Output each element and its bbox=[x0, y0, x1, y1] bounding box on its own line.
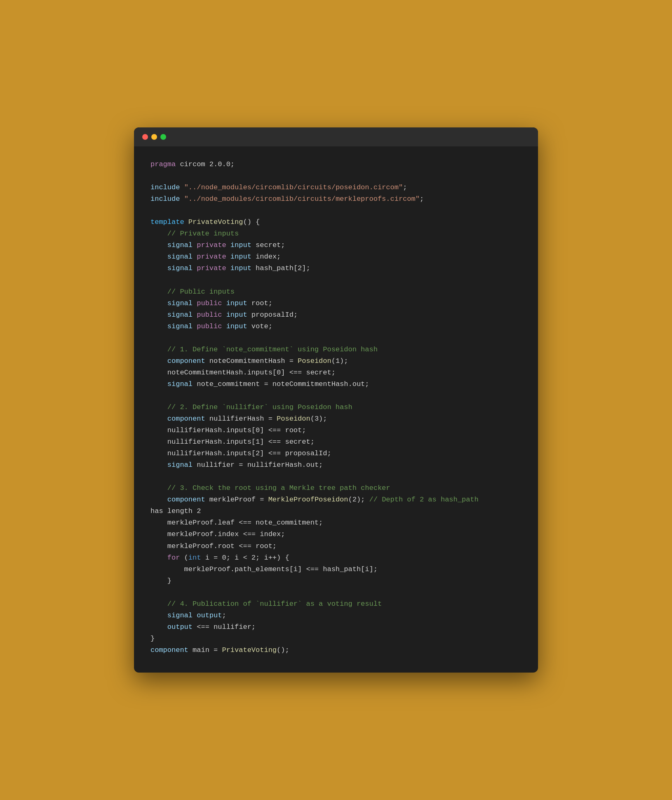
line-comment1: // 1. Define `note_commitment` using Pos… bbox=[150, 344, 522, 355]
line-output1: signal output; bbox=[150, 610, 522, 621]
line-signal-public2: signal public input proposalId; bbox=[150, 309, 522, 321]
line-signal-public3: signal public input vote; bbox=[150, 321, 522, 332]
line-comment-public: // Public inputs bbox=[150, 286, 522, 298]
line-comment3: // 3. Check the root using a Merkle tree… bbox=[150, 482, 522, 494]
line-assign1: noteCommitmentHash.inputs[0] <== secret; bbox=[150, 367, 522, 379]
line-close-for: } bbox=[150, 575, 522, 587]
code-window: pragma circom 2.0.0; include "../node_mo… bbox=[134, 127, 538, 673]
maximize-button[interactable] bbox=[160, 134, 166, 140]
line-close-template: } bbox=[150, 633, 522, 645]
line-assign5: merkleProof.leaf <== note_commitment; bbox=[150, 517, 522, 529]
blank-line bbox=[150, 205, 522, 216]
blank-line bbox=[150, 170, 522, 182]
line-signal-private2: signal private input index; bbox=[150, 251, 522, 263]
title-bar bbox=[134, 127, 538, 146]
blank-line bbox=[150, 390, 522, 402]
blank-line bbox=[150, 274, 522, 286]
line-assign6: merkleProof.index <== index; bbox=[150, 529, 522, 540]
line-component3: component merkleProof = MerkleProofPosei… bbox=[150, 494, 522, 506]
line-wrap1: has length 2 bbox=[150, 506, 522, 517]
line-signal-null: signal nullifier = nullifierHash.out; bbox=[150, 459, 522, 471]
line-signal-private1: signal private input secret; bbox=[150, 240, 522, 251]
line-for: for (int i = 0; i < 2; i++) { bbox=[150, 552, 522, 564]
line-assign4: nullifierHash.inputs[2] <== proposalId; bbox=[150, 448, 522, 459]
line-pragma: pragma circom 2.0.0; bbox=[150, 159, 522, 170]
line-comment4: // 4. Publication of `nullifier` as a vo… bbox=[150, 598, 522, 610]
line-comment2: // 2. Define `nullifier` using Poseidon … bbox=[150, 402, 522, 413]
line-include1: include "../node_modules/circomlib/circu… bbox=[150, 182, 522, 193]
line-output2: output <== nullifier; bbox=[150, 621, 522, 633]
line-component1: component noteCommitmentHash = Poseidon(… bbox=[150, 355, 522, 367]
line-for-body: merkleProof.path_elements[i] <== hash_pa… bbox=[150, 564, 522, 575]
line-signal-note: signal note_commitment = noteCommitmentH… bbox=[150, 379, 522, 390]
code-editor: pragma circom 2.0.0; include "../node_mo… bbox=[134, 146, 538, 673]
line-signal-public1: signal public input root; bbox=[150, 298, 522, 309]
blank-line bbox=[150, 332, 522, 344]
line-assign2: nullifierHash.inputs[0] <== root; bbox=[150, 425, 522, 436]
blank-line bbox=[150, 471, 522, 482]
line-assign7: merkleProof.root <== root; bbox=[150, 541, 522, 552]
minimize-button[interactable] bbox=[151, 134, 157, 140]
line-include2: include "../node_modules/circomlib/circu… bbox=[150, 193, 522, 205]
line-assign3: nullifierHash.inputs[1] <== secret; bbox=[150, 436, 522, 448]
line-main: component main = PrivateVoting(); bbox=[150, 645, 522, 656]
line-signal-private3: signal private input hash_path[2]; bbox=[150, 263, 522, 274]
close-button[interactable] bbox=[142, 134, 148, 140]
line-template: template PrivateVoting() { bbox=[150, 216, 522, 228]
line-comment-private: // Private inputs bbox=[150, 228, 522, 240]
line-component2: component nullifierHash = Poseidon(3); bbox=[150, 413, 522, 425]
blank-line bbox=[150, 587, 522, 598]
